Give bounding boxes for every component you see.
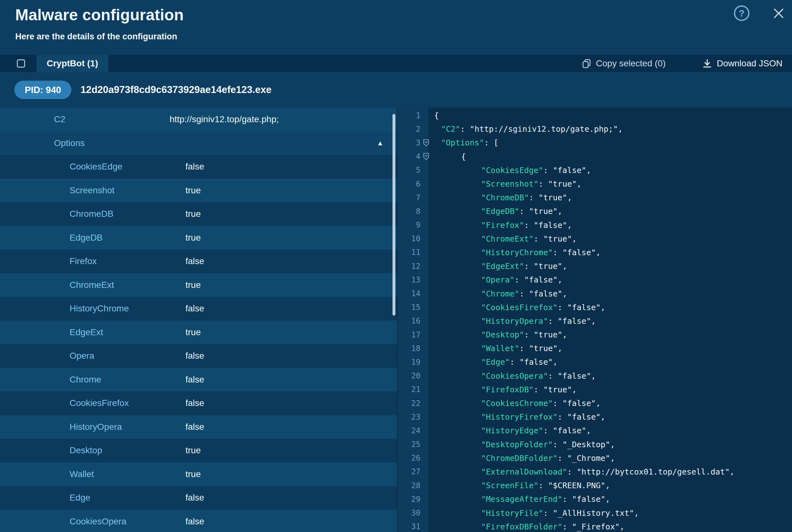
json-value: : "_Desktop", [553, 440, 615, 449]
close-icon[interactable] [772, 6, 786, 20]
pid-badge: PID: 940 [14, 81, 72, 99]
config-option-row[interactable]: Firefoxfalse [0, 249, 397, 273]
config-option-row[interactable]: EdgeDBtrue [0, 226, 397, 250]
copy-selected-button[interactable]: Copy selected (0) [582, 58, 666, 69]
option-value: false [186, 351, 397, 361]
line-number: 17 [398, 330, 420, 339]
line-number: 30 [398, 509, 420, 517]
json-key: "CookiesOpera" [481, 372, 548, 381]
line-number: 25 [398, 440, 420, 449]
json-value: : "true", [529, 193, 572, 202]
json-line: 30"HistoryFile": "_AllHistory.txt", [398, 506, 792, 520]
json-key: "MessageAfterEnd" [481, 495, 562, 504]
config-option-row[interactable]: ChromeDBtrue [0, 202, 397, 226]
option-key: EdgeExt [0, 327, 186, 338]
line-number: 2 [398, 125, 420, 134]
collapse-arrow-icon[interactable]: ▲ [377, 139, 384, 147]
line-number: 4 [398, 152, 420, 161]
left-pane-scrollbar[interactable] [393, 114, 395, 316]
tab-cryptbot[interactable]: CryptBot (1) [37, 55, 108, 72]
json-key: "DesktopFolder" [481, 440, 553, 449]
config-option-row[interactable]: Chromefalse [0, 368, 397, 392]
json-line: 15"CookiesFirefox": "false", [398, 301, 792, 314]
json-key: "CookiesChrome" [481, 399, 553, 408]
json-line: 25"DesktopFolder": "_Desktop", [398, 438, 792, 451]
line-number: 28 [398, 481, 420, 490]
json-value: : "$CREEN.PNG", [539, 481, 610, 490]
option-value: true [186, 233, 397, 243]
json-code: "DesktopFolder": "_Desktop", [434, 440, 615, 449]
copy-icon [582, 58, 591, 69]
json-key: "ScreenFile" [481, 481, 539, 490]
json-code: "ChromeDBFolder": "_Chrome", [434, 454, 615, 463]
config-option-row[interactable]: HistoryOperafalse [0, 415, 397, 439]
tab-bar-actions: Copy selected (0) Download JSON [582, 58, 792, 69]
config-option-row[interactable]: Wallettrue [0, 462, 397, 486]
config-option-row[interactable]: ChromeExttrue [0, 273, 397, 297]
line-number: 29 [398, 495, 420, 504]
json-value: : "false", [524, 221, 572, 230]
config-option-row[interactable]: CookiesOperafalse [0, 510, 397, 532]
json-value: : "true", [534, 234, 577, 244]
option-value: false [186, 422, 397, 432]
json-code: "FirefoxDBFolder": "_Firefox", [434, 522, 625, 531]
option-value: false [186, 493, 397, 503]
option-value: false [186, 398, 397, 408]
malware-configuration-modal: Malware configuration Here are the detai… [0, 0, 792, 532]
json-value: : "false", [558, 303, 606, 312]
line-number: 23 [398, 413, 420, 421]
config-option-row[interactable]: Screenshottrue [0, 179, 397, 203]
json-line: 2"C2": "http://sginiv12.top/gate.php;", [398, 122, 792, 136]
option-value: false [186, 162, 397, 172]
json-line: 8"EdgeDB": "true", [398, 205, 792, 218]
config-option-row[interactable]: Edgefalse [0, 486, 397, 510]
help-icon[interactable]: ? [734, 5, 750, 21]
json-code: "EdgeExt": "true", [434, 262, 567, 271]
json-line: 1{ [398, 109, 792, 122]
config-row-c2[interactable]: C2 http://sginiv12.top/gate.php; [0, 108, 397, 131]
line-number: 22 [398, 399, 420, 408]
download-json-label: Download JSON [717, 58, 782, 69]
json-value: : "false", [553, 248, 601, 257]
json-key: "Options" [441, 138, 484, 147]
fold-toggle-icon[interactable] [423, 139, 429, 147]
json-key: "Chrome" [481, 289, 519, 298]
json-code: "CookiesEdge": "false", [434, 166, 591, 175]
option-value: true [186, 327, 397, 338]
json-line: 17"Desktop": "true", [398, 328, 792, 342]
json-line: 23"HistoryFirefox": "false", [398, 410, 792, 424]
download-json-button[interactable]: Download JSON [702, 58, 782, 69]
json-key: "FirefoxDB" [481, 385, 534, 394]
json-value: : "_Chrome", [558, 454, 615, 463]
select-all-checkbox[interactable] [17, 59, 25, 68]
json-line: 10"ChromeExt": "true", [398, 232, 792, 246]
config-option-row[interactable]: Operafalse [0, 344, 397, 368]
option-value: true [186, 445, 397, 456]
option-key: Desktop [0, 445, 186, 456]
json-value: : "false", [548, 317, 596, 326]
json-line: 12"EdgeExt": "true", [398, 259, 792, 273]
json-value: : "false", [548, 372, 596, 381]
config-option-row[interactable]: CookiesEdgefalse [0, 155, 397, 179]
json-value: : "false", [543, 166, 591, 175]
config-key: Options [0, 138, 170, 148]
config-option-row[interactable]: HistoryChromefalse [0, 297, 397, 321]
line-number: 31 [398, 522, 420, 531]
json-key: "Screenshot" [481, 179, 539, 189]
json-key: "HistoryFirefox" [481, 412, 558, 421]
json-key: "CookiesEdge" [481, 166, 543, 175]
json-key: "HistoryFile" [481, 509, 543, 518]
json-key: "Desktop" [481, 330, 524, 339]
line-number: 3 [398, 138, 420, 147]
config-option-row[interactable]: CookiesFirefoxfalse [0, 392, 397, 415]
config-row-options[interactable]: Options ▲ [0, 131, 397, 155]
option-value: false [186, 256, 397, 266]
config-option-row[interactable]: Desktoptrue [0, 439, 397, 462]
config-option-row[interactable]: EdgeExttrue [0, 321, 397, 344]
fold-toggle-icon[interactable] [423, 153, 429, 160]
json-key: "Wallet" [481, 344, 519, 353]
json-code: "HistoryOpera": "false", [434, 317, 596, 326]
json-line: 7"ChromeDB": "true", [398, 191, 792, 205]
option-value: true [186, 469, 397, 479]
json-value: : "true", [519, 344, 562, 353]
